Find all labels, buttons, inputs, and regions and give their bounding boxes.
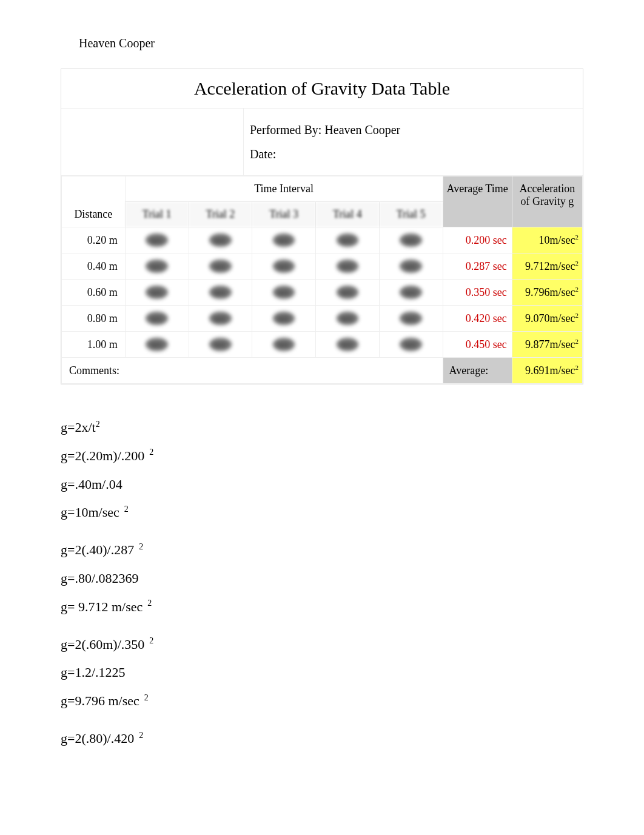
table-row: 1.00 msecsecsecsecsec0.450 sec9.877m/sec… — [62, 332, 583, 358]
comments-cell: Comments: — [62, 358, 443, 384]
author-name: Heaven Cooper — [79, 36, 583, 50]
accel-cell: 10m/sec2 — [512, 227, 582, 253]
trial-cell: sec — [189, 227, 252, 253]
trial-cell: sec — [316, 253, 380, 280]
trial-cell: sec — [379, 306, 443, 332]
trial-cell: sec — [379, 332, 443, 358]
data-table-container: Acceleration of Gravity Data Table Perfo… — [61, 69, 583, 384]
header-time-interval: Time Interval — [125, 176, 443, 202]
table-row: 0.60 msecsecsecsecsec0.350 sec9.796m/sec… — [62, 280, 583, 306]
trial-cell: sec — [125, 306, 189, 332]
formula-line: g=2x/t2 — [61, 415, 583, 440]
avg-time-cell: 0.287 sec — [443, 253, 512, 280]
trial-cell: sec — [316, 227, 380, 253]
trial-cell: sec — [125, 253, 189, 280]
data-table: Distance Time Interval Average Time Acce… — [61, 176, 583, 384]
trial-cell: sec — [316, 306, 380, 332]
trial-cell: sec — [379, 253, 443, 280]
calc-line: g=2(.40)/.2872 — [61, 537, 583, 563]
header-trial2: Trial 2 — [189, 202, 252, 227]
distance-cell: 0.60 m — [62, 280, 126, 306]
accel-cell: 9.712m/sec2 — [512, 253, 582, 280]
trial-cell: sec — [125, 227, 189, 253]
calc-line: g=9.796 m/sec2 — [61, 688, 583, 714]
header-trial3: Trial 3 — [252, 202, 316, 227]
trial-cell: sec — [379, 227, 443, 253]
table-row: 0.40 msecsecsecsecsec0.287 sec9.712m/sec… — [62, 253, 583, 280]
trial-cell: sec — [125, 332, 189, 358]
trial-cell: sec — [252, 306, 316, 332]
calc-line: g=2(.60m)/.3502 — [61, 632, 583, 657]
trial-cell: sec — [189, 280, 252, 306]
accel-cell: 9.070m/sec2 — [512, 306, 582, 332]
distance-cell: 0.80 m — [62, 306, 126, 332]
header-trial4: Trial 4 — [316, 202, 380, 227]
calc-line: g=2(.80)/.4202 — [61, 726, 583, 751]
meta-spacer — [61, 109, 244, 175]
trial-cell: sec — [316, 280, 380, 306]
avg-time-cell: 0.450 sec — [443, 332, 512, 358]
distance-cell: 0.20 m — [62, 227, 126, 253]
trial-cell: sec — [379, 280, 443, 306]
trial-cell: sec — [189, 306, 252, 332]
calculations: g=2x/t2 g=2(.20m)/.2002 g=.40m/.04 g=10m… — [61, 415, 583, 751]
avg-time-cell: 0.420 sec — [443, 306, 512, 332]
distance-cell: 1.00 m — [62, 332, 126, 358]
calc-line: g=2(.20m)/.2002 — [61, 443, 583, 469]
trial-cell: sec — [189, 253, 252, 280]
performed-by-label: Performed By: — [250, 123, 321, 136]
meta-row: Performed By: Heaven Cooper Date: — [61, 109, 583, 176]
date-label: Date: — [250, 147, 276, 161]
average-label: Average: — [443, 358, 512, 384]
accel-cell: 9.877m/sec2 — [512, 332, 582, 358]
trial-cell: sec — [252, 332, 316, 358]
trial-cell: sec — [252, 280, 316, 306]
table-row: 0.80 msecsecsecsecsec0.420 sec9.070m/sec… — [62, 306, 583, 332]
header-acceleration: Acceleration of Gravity g — [512, 176, 582, 227]
calc-line: g=.40m/.04 — [61, 472, 583, 497]
table-title: Acceleration of Gravity Data Table — [61, 69, 583, 109]
average-value: 9.691m/sec2 — [512, 358, 582, 384]
avg-time-cell: 0.200 sec — [443, 227, 512, 253]
table-row: 0.20 msecsecsecsecsec0.200 sec10m/sec2 — [62, 227, 583, 253]
avg-time-cell: 0.350 sec — [443, 280, 512, 306]
distance-cell: 0.40 m — [62, 253, 126, 280]
calc-line: g=10m/sec2 — [61, 500, 583, 525]
calc-line: g=.80/.082369 — [61, 566, 583, 591]
performed-by-value: Heaven Cooper — [324, 123, 400, 136]
header-avg-time: Average Time — [443, 176, 512, 227]
header-trial5: Trial 5 — [379, 202, 443, 227]
trial-cell: sec — [252, 253, 316, 280]
calc-line: g=1.2/.1225 — [61, 660, 583, 685]
trial-cell: sec — [125, 280, 189, 306]
header-trial1: Trial 1 — [125, 202, 189, 227]
calc-line: g= 9.712 m/sec2 — [61, 594, 583, 620]
header-distance: Distance — [62, 176, 126, 227]
accel-cell: 9.796m/sec2 — [512, 280, 582, 306]
trial-cell: sec — [252, 227, 316, 253]
trial-cell: sec — [189, 332, 252, 358]
meta-info: Performed By: Heaven Cooper Date: — [244, 109, 583, 175]
trial-cell: sec — [316, 332, 380, 358]
